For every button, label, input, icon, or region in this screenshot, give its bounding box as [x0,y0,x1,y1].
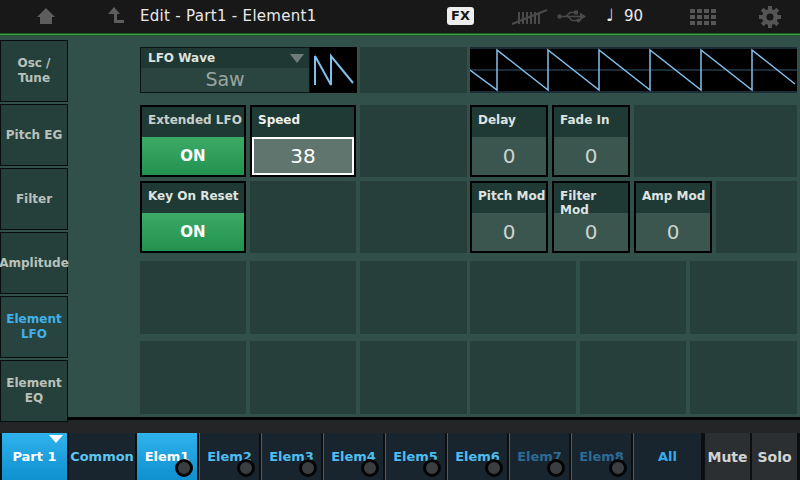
home-icon[interactable] [36,7,56,25]
chevron-down-icon [290,54,304,63]
fx-badge[interactable]: FX [447,7,474,25]
empty-cell [250,341,356,414]
top-bar: Edit - Part1 - Element1 FX ♩ 90 [0,0,800,33]
tempo-value[interactable]: 90 [624,7,643,25]
saw-wave-icon [310,47,357,93]
key-on-reset-label: Key On Reset [142,183,244,213]
bottom-tab-bar: Part 1 Common Elem1Elem2Elem3Elem4Elem5E… [0,433,800,480]
fade-in-param[interactable]: Fade In 0 [552,105,630,177]
empty-cell [690,261,797,334]
fade-in-label: Fade In [554,107,628,137]
pitch-mod-value[interactable]: 0 [472,213,546,251]
all-tab-label: All [658,449,677,464]
tab-all[interactable]: All [633,433,701,480]
tab-elem1[interactable]: Elem1 [137,433,197,480]
element-status-indicator [423,459,441,477]
element-status-indicator [547,459,565,477]
sidebar-item-osc-tune[interactable]: Osc / Tune [0,40,68,102]
element-status-indicator [237,459,255,477]
gear-icon[interactable] [758,5,782,29]
element-status-indicator [609,459,627,477]
empty-cell [360,261,467,334]
empty-cell [360,47,467,93]
sidebar-item-element-lfo[interactable]: Element LFO [0,296,68,358]
empty-cell [250,181,356,253]
delay-value[interactable]: 0 [472,137,546,175]
empty-cell [360,181,467,253]
page-title: Edit - Part1 - Element1 [140,7,317,25]
sidebar-item-element-eq[interactable]: Element EQ [0,360,68,422]
empty-cell [580,341,686,414]
quarter-note-icon: ♩ [606,5,614,25]
lfo-waveform-display [470,47,797,93]
tab-elem8[interactable]: Elem8 [571,433,631,480]
key-on-reset-param[interactable]: Key On Reset ON [140,181,246,253]
amp-mod-label: Amp Mod [636,183,710,213]
pad-grid-icon[interactable] [690,9,720,25]
solo-label: Solo [757,449,791,465]
lfo-wave-label: LFO Wave [141,48,309,68]
element-status-indicator [299,459,317,477]
element-status-indicator [361,459,379,477]
amp-mod-param[interactable]: Amp Mod 0 [634,181,712,253]
empty-cell [360,341,467,414]
pitch-mod-param[interactable]: Pitch Mod 0 [470,181,548,253]
up-arrow-icon[interactable] [106,6,126,26]
empty-cell [140,261,246,334]
common-tab-label: Common [70,449,134,464]
key-on-reset-toggle[interactable]: ON [142,213,244,251]
speed-param[interactable]: Speed 38 [250,105,356,177]
empty-cell [470,341,576,414]
fade-in-value[interactable]: 0 [554,137,628,175]
mute-button[interactable]: Mute [705,433,750,480]
part-tab[interactable]: Part 1 [2,433,67,480]
filter-mod-value[interactable]: 0 [554,213,628,251]
tab-elem7[interactable]: Elem7 [509,433,569,480]
extended-lfo-toggle[interactable]: ON [142,137,244,175]
empty-cell [140,341,246,414]
filter-mod-label: Filter Mod [554,183,628,213]
pitch-mod-label: Pitch Mod [472,183,546,213]
delay-label: Delay [472,107,546,137]
lfo-wave-dropdown[interactable]: LFO Wave Saw [140,47,310,93]
empty-cell [580,261,686,334]
keyboard-mute-icon[interactable] [510,8,550,25]
empty-cell [690,341,797,414]
extended-lfo-param[interactable]: Extended LFO ON [140,105,246,177]
sidebar-item-pitch-eg[interactable]: Pitch EG [0,104,68,166]
tab-elem4[interactable]: Elem4 [323,433,383,480]
tab-elem6[interactable]: Elem6 [447,433,507,480]
solo-button[interactable]: Solo [752,433,797,480]
mute-label: Mute [707,449,747,465]
speed-label: Speed [252,107,354,137]
speed-value[interactable]: 38 [252,137,354,175]
empty-cell [470,261,576,334]
bottom-strip [0,420,800,433]
tab-elem2[interactable]: Elem2 [199,433,259,480]
element-status-indicator [485,459,503,477]
empty-cell [716,181,797,253]
amp-mod-value[interactable]: 0 [636,213,710,251]
empty-cell [360,105,467,177]
tab-common[interactable]: Common [69,433,135,480]
tab-elem5[interactable]: Elem5 [385,433,445,480]
filter-mod-param[interactable]: Filter Mod 0 [552,181,630,253]
empty-cell [250,261,356,334]
delay-param[interactable]: Delay 0 [470,105,548,177]
sidebar-item-amplitude[interactable]: Amplitude [0,232,68,294]
usb-icon[interactable] [556,9,588,24]
sidebar-item-filter[interactable]: Filter [0,168,68,230]
extended-lfo-label: Extended LFO [142,107,244,137]
tab-elem3[interactable]: Elem3 [261,433,321,480]
chevron-down-icon [49,435,63,443]
empty-cell [634,105,797,177]
element-status-indicator [175,459,193,477]
lfo-wave-value: Saw [141,68,309,92]
part-tab-label: Part 1 [12,449,56,464]
